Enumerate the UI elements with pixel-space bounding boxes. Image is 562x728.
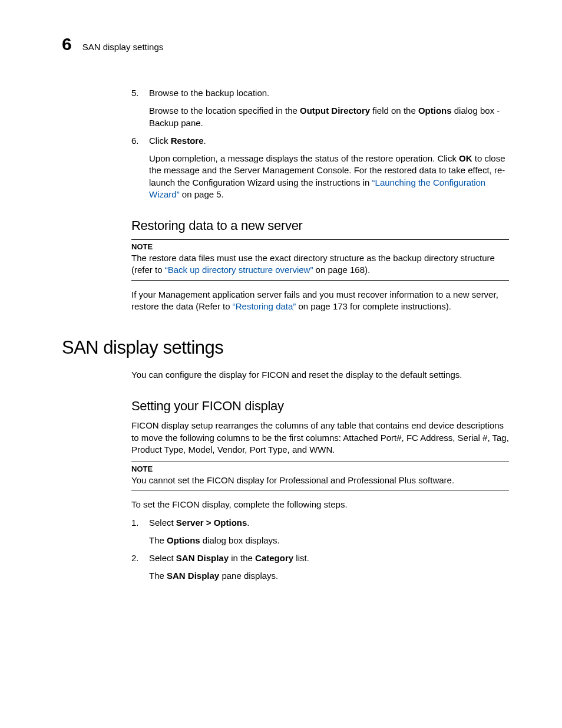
step-body: Click Restore. Upon completion, a messag… xyxy=(149,135,509,200)
step-number: 1. xyxy=(131,517,142,547)
step-6: 6. Click Restore. Upon completion, a mes… xyxy=(131,135,509,200)
bold-text: Category xyxy=(255,553,293,563)
text: Browse to the location specified in the xyxy=(149,106,300,116)
step-sub: Browse to the location specified in the … xyxy=(149,105,509,129)
page-content: 5. Browse to the backup location. Browse… xyxy=(131,87,509,582)
bold-text: Restore xyxy=(171,136,204,146)
note-label: NOTE xyxy=(131,242,509,251)
heading-setting-ficon-display: Setting your FICON display xyxy=(131,398,509,414)
cross-reference-link[interactable]: “Restoring data” xyxy=(233,301,296,311)
step-number: 6. xyxy=(131,135,142,200)
text: . xyxy=(247,518,249,528)
running-title: SAN display settings xyxy=(82,42,164,52)
note-block: NOTE You cannot set the FICON display fo… xyxy=(131,462,509,490)
step-body: Select SAN Display in the Category list.… xyxy=(149,552,509,582)
chapter-number: 6 xyxy=(62,34,72,54)
text: The xyxy=(149,535,167,545)
text: Select xyxy=(149,518,176,528)
bold-text: Output Directory xyxy=(300,106,370,116)
text: . xyxy=(204,136,206,146)
text: in the xyxy=(229,553,255,563)
cross-reference-link[interactable]: “Back up directory structure overview” xyxy=(165,265,313,275)
text: Upon completion, a message displays the … xyxy=(149,153,459,163)
text: Click xyxy=(149,136,171,146)
step-body: Select Server > Options. The Options dia… xyxy=(149,517,509,547)
step-sub: Upon completion, a message displays the … xyxy=(149,153,509,200)
page-header: 6 SAN display settings xyxy=(62,34,509,54)
text: Select xyxy=(149,553,176,563)
bold-text: OK xyxy=(459,153,472,163)
note-label: NOTE xyxy=(131,465,509,473)
step-text: Browse to the backup location. xyxy=(149,88,269,98)
text: The xyxy=(149,571,167,581)
bold-text: SAN Display xyxy=(167,571,219,581)
text: dialog box displays. xyxy=(200,535,280,545)
note-text: You cannot set the FICON display for Pro… xyxy=(131,475,509,486)
heading-restoring-new-server: Restoring data to a new server xyxy=(131,218,509,233)
note-text: The restore data files must use the exac… xyxy=(131,252,509,276)
paragraph: If your Management application server fa… xyxy=(131,289,509,313)
step-sub: The SAN Display pane displays. xyxy=(149,570,509,582)
step-number: 5. xyxy=(131,87,142,129)
step-body: Browse to the backup location. Browse to… xyxy=(149,87,509,129)
text: on page 173 for complete instructions). xyxy=(296,301,451,311)
text: on page 168). xyxy=(313,265,370,275)
text: pane displays. xyxy=(219,571,278,581)
text: on page 5. xyxy=(180,189,224,199)
text: field on the xyxy=(370,106,418,116)
bold-text: SAN Display xyxy=(176,553,229,563)
heading-san-display-settings: SAN display settings xyxy=(62,337,509,358)
paragraph: You can configure the display for FICON … xyxy=(131,369,509,381)
bold-text: Options xyxy=(418,106,452,116)
ficon-step-2: 2. Select SAN Display in the Category li… xyxy=(131,552,509,582)
paragraph: To set the FICON display, complete the f… xyxy=(131,499,509,510)
text: list. xyxy=(293,553,309,563)
note-block: NOTE The restore data files must use the… xyxy=(131,239,509,281)
step-number: 2. xyxy=(131,552,142,582)
step-5: 5. Browse to the backup location. Browse… xyxy=(131,87,509,129)
bold-text: Server > Options xyxy=(176,518,247,528)
paragraph: FICON display setup rearranges the colum… xyxy=(131,420,509,456)
ficon-step-1: 1. Select Server > Options. The Options … xyxy=(131,517,509,547)
bold-text: Options xyxy=(167,535,200,545)
step-sub: The Options dialog box displays. xyxy=(149,535,509,546)
